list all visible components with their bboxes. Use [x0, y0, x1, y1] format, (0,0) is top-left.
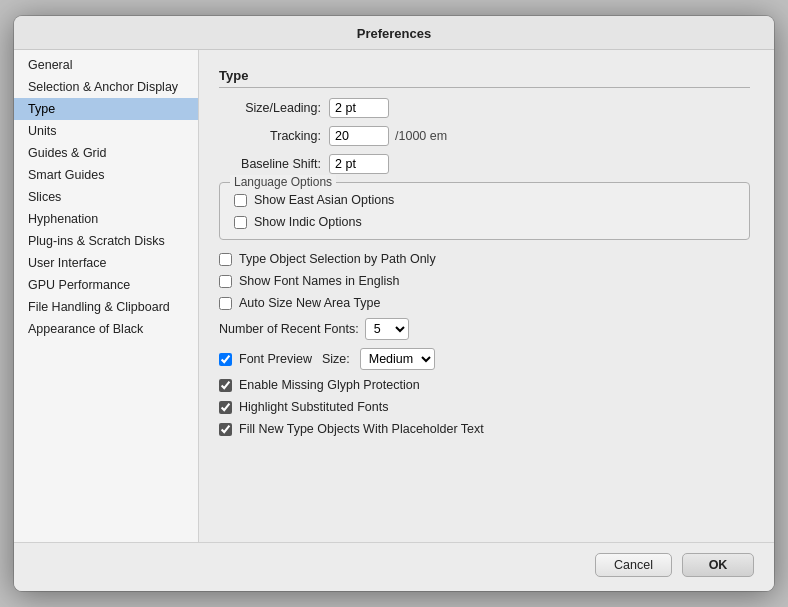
tracking-input[interactable]	[329, 126, 389, 146]
show-font-names-row: Show Font Names in English	[219, 274, 750, 288]
fill-placeholder-row: Fill New Type Objects With Placeholder T…	[219, 422, 750, 436]
font-preview-size-select[interactable]: Small Medium Large	[360, 348, 435, 370]
type-object-selection-label: Type Object Selection by Path Only	[239, 252, 436, 266]
language-options-title: Language Options	[230, 175, 336, 189]
baseline-shift-input[interactable]	[329, 154, 389, 174]
recent-fonts-label: Number of Recent Fonts:	[219, 322, 359, 336]
sidebar-item-user-interface[interactable]: User Interface	[14, 252, 198, 274]
sidebar-item-file-handling[interactable]: File Handling & Clipboard	[14, 296, 198, 318]
fill-placeholder-checkbox[interactable]	[219, 423, 232, 436]
tracking-unit: /1000 em	[395, 129, 447, 143]
dialog-footer: Cancel OK	[14, 542, 774, 591]
panel-title: Type	[219, 68, 750, 88]
sidebar-item-general[interactable]: General	[14, 54, 198, 76]
dialog-title: Preferences	[14, 16, 774, 50]
show-font-names-label: Show Font Names in English	[239, 274, 400, 288]
show-indic-label: Show Indic Options	[254, 215, 362, 229]
sidebar-item-hyphenation[interactable]: Hyphenation	[14, 208, 198, 230]
recent-fonts-select[interactable]: 5 10 15 20	[365, 318, 409, 340]
highlight-substituted-checkbox[interactable]	[219, 401, 232, 414]
sidebar-item-slices[interactable]: Slices	[14, 186, 198, 208]
sidebar-item-smart-guides[interactable]: Smart Guides	[14, 164, 198, 186]
missing-glyph-row: Enable Missing Glyph Protection	[219, 378, 750, 392]
cancel-button[interactable]: Cancel	[595, 553, 672, 577]
font-preview-checkbox[interactable]	[219, 353, 232, 366]
font-preview-label: Font Preview	[239, 352, 312, 366]
show-indic-checkbox[interactable]	[234, 216, 247, 229]
language-options-group: Language Options Show East Asian Options…	[219, 182, 750, 240]
show-east-asian-row: Show East Asian Options	[234, 193, 735, 207]
auto-size-checkbox[interactable]	[219, 297, 232, 310]
missing-glyph-label: Enable Missing Glyph Protection	[239, 378, 420, 392]
auto-size-label: Auto Size New Area Type	[239, 296, 381, 310]
type-object-selection-checkbox[interactable]	[219, 253, 232, 266]
font-preview-size-label: Size:	[322, 352, 350, 366]
baseline-shift-label: Baseline Shift:	[219, 157, 329, 171]
size-leading-label: Size/Leading:	[219, 101, 329, 115]
ok-button[interactable]: OK	[682, 553, 754, 577]
sidebar-item-guides-grid[interactable]: Guides & Grid	[14, 142, 198, 164]
sidebar-item-gpu-performance[interactable]: GPU Performance	[14, 274, 198, 296]
size-leading-input[interactable]	[329, 98, 389, 118]
show-east-asian-checkbox[interactable]	[234, 194, 247, 207]
tracking-row: Tracking: /1000 em	[219, 126, 750, 146]
auto-size-row: Auto Size New Area Type	[219, 296, 750, 310]
highlight-substituted-row: Highlight Substituted Fonts	[219, 400, 750, 414]
sidebar-item-units[interactable]: Units	[14, 120, 198, 142]
font-preview-row: Font Preview Size: Small Medium Large	[219, 348, 750, 370]
recent-fonts-row: Number of Recent Fonts: 5 10 15 20	[219, 318, 750, 340]
sidebar-item-type[interactable]: Type	[14, 98, 198, 120]
show-font-names-checkbox[interactable]	[219, 275, 232, 288]
main-panel: Type Size/Leading: Tracking: /1000 em Ba…	[199, 50, 774, 542]
highlight-substituted-label: Highlight Substituted Fonts	[239, 400, 388, 414]
missing-glyph-checkbox[interactable]	[219, 379, 232, 392]
fill-placeholder-label: Fill New Type Objects With Placeholder T…	[239, 422, 484, 436]
show-east-asian-label: Show East Asian Options	[254, 193, 394, 207]
sidebar-item-selection-anchor[interactable]: Selection & Anchor Display	[14, 76, 198, 98]
tracking-label: Tracking:	[219, 129, 329, 143]
preferences-dialog: Preferences GeneralSelection & Anchor Di…	[14, 16, 774, 591]
size-leading-row: Size/Leading:	[219, 98, 750, 118]
type-object-selection-row: Type Object Selection by Path Only	[219, 252, 750, 266]
baseline-shift-row: Baseline Shift:	[219, 154, 750, 174]
show-indic-row: Show Indic Options	[234, 215, 735, 229]
content-area: GeneralSelection & Anchor DisplayTypeUni…	[14, 50, 774, 542]
sidebar: GeneralSelection & Anchor DisplayTypeUni…	[14, 50, 199, 542]
sidebar-item-appearance-of-black[interactable]: Appearance of Black	[14, 318, 198, 340]
sidebar-item-plugins[interactable]: Plug-ins & Scratch Disks	[14, 230, 198, 252]
